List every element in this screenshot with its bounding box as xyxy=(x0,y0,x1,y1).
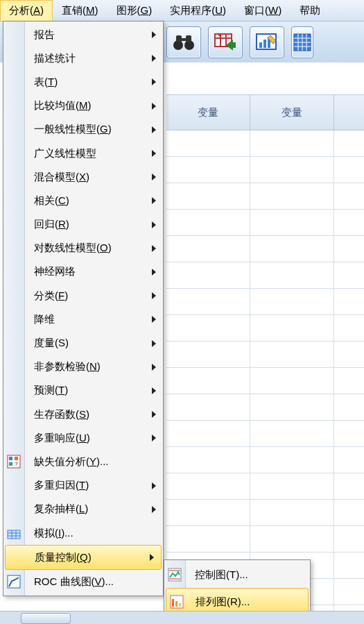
menu-item-label: 预测(T) xyxy=(34,384,68,397)
submenu-arrow-icon xyxy=(152,126,156,133)
svg-rect-22 xyxy=(9,457,12,460)
ctrl-icon xyxy=(168,568,182,582)
svg-rect-38 xyxy=(179,603,181,607)
menu-item-gzlm[interactable]: 广义线性模型 xyxy=(3,142,163,165)
mva-icon: ? xyxy=(7,455,21,469)
submenu-arrow-icon xyxy=(150,554,154,561)
binoculars-icon xyxy=(172,33,196,52)
menu-item-multresp[interactable]: 多重响应(U) xyxy=(3,426,163,450)
data-grid[interactable] xyxy=(166,130,364,624)
toolbar-grid-button[interactable] xyxy=(291,26,313,58)
svg-text:?: ? xyxy=(15,461,18,467)
menu-item-label: 排列图(R)... xyxy=(196,596,250,609)
svg-rect-24 xyxy=(9,462,12,466)
menu-graphs[interactable]: 图形(G) xyxy=(107,0,162,21)
column-header[interactable]: 变量 xyxy=(334,94,364,130)
svg-text:✶: ✶ xyxy=(217,33,223,39)
menu-item-mi[interactable]: 多重归因(T) xyxy=(3,474,163,498)
menu-item-label: 非参数检验(N) xyxy=(34,360,101,373)
submenu-arrow-icon xyxy=(152,506,156,513)
column-headers: 变量 变量 变量 xyxy=(166,94,364,130)
menu-item-complex[interactable]: 复杂抽样(L) xyxy=(3,498,163,521)
menu-item-nn[interactable]: 神经网络 xyxy=(3,260,163,284)
menu-analyze[interactable]: 分析(A) xyxy=(0,0,53,21)
menu-item-label: 分类(F) xyxy=(34,289,68,303)
menu-item-mixed[interactable]: 混合模型(X) xyxy=(3,165,163,189)
menu-item-forecast[interactable]: 预测(T) xyxy=(3,379,163,403)
menu-item-label: 对数线性模型(O) xyxy=(34,242,112,255)
menu-item-reg[interactable]: 回归(R) xyxy=(3,213,163,237)
menu-item-label: 混合模型(X) xyxy=(34,171,89,184)
submenu-arrow-icon xyxy=(152,482,156,489)
menu-item-label: 缺失值分析(Y)... xyxy=(34,455,109,469)
submenu-arrow-icon xyxy=(152,31,156,38)
menubar: 分析(A) 直销(M) 图形(G) 实用程序(U) 窗口(W) 帮助 xyxy=(0,0,364,22)
table-arrow-icon: ✶ xyxy=(214,33,237,52)
menu-item-label: 降维 xyxy=(34,313,55,326)
sim-icon xyxy=(7,526,21,540)
menu-item-label: 相关(C) xyxy=(34,194,69,208)
submenu-arrow-icon xyxy=(152,316,156,323)
column-header[interactable]: 变量 xyxy=(250,94,334,130)
submenu-arrow-icon xyxy=(152,340,156,347)
submenu-arrow-icon xyxy=(152,221,156,228)
column-header[interactable]: 变量 xyxy=(166,94,250,130)
menu-item-label: 比较均值(M) xyxy=(34,99,92,112)
menu-item-label: 度量(S) xyxy=(34,337,69,350)
submenu-arrow-icon xyxy=(152,435,156,441)
svg-rect-11 xyxy=(259,42,262,48)
menu-item-label: 多重响应(U) xyxy=(34,432,90,445)
menu-item-label: 报告 xyxy=(34,28,55,42)
menu-item-descriptives[interactable]: 描述统计 xyxy=(3,47,163,70)
menu-help[interactable]: 帮助 xyxy=(291,0,329,21)
analyze-dropdown: 报告描述统计表(T)比较均值(M)一般线性模型(G)广义线性模型混合模型(X)相… xyxy=(3,21,164,596)
menu-item-label: 描述统计 xyxy=(34,52,76,65)
menu-item-loglin[interactable]: 对数线性模型(O) xyxy=(3,237,163,260)
menu-item-label: 质量控制(Q) xyxy=(35,551,92,564)
svg-rect-12 xyxy=(263,40,266,48)
menu-item-label: 神经网络 xyxy=(34,265,76,278)
submenu-arrow-icon xyxy=(152,103,156,110)
menu-item-roc[interactable]: ROC 曲线图(V)... xyxy=(3,570,163,593)
submenu-arrow-icon xyxy=(152,78,156,85)
submenu-arrow-icon xyxy=(152,197,156,204)
svg-rect-4 xyxy=(181,38,187,41)
menu-item-label: 多重归因(T) xyxy=(34,479,89,492)
submenu-arrow-icon xyxy=(152,55,156,62)
menu-item-scale[interactable]: 度量(S) xyxy=(3,331,163,355)
menu-utilities[interactable]: 实用程序(U) xyxy=(161,0,235,21)
menu-item-corr[interactable]: 相关(C) xyxy=(3,189,163,212)
menu-item-glm[interactable]: 一般线性模型(G) xyxy=(3,118,163,142)
svg-rect-23 xyxy=(15,457,18,460)
menu-item-compare[interactable]: 比较均值(M) xyxy=(3,94,163,118)
menu-item-nonpar[interactable]: 非参数检验(N) xyxy=(3,355,163,379)
menu-item-mva[interactable]: ?缺失值分析(Y)... xyxy=(3,450,163,473)
menu-item-qc[interactable]: 质量控制(Q) xyxy=(5,545,162,570)
submenu-arrow-icon xyxy=(152,292,156,299)
menu-item-survival[interactable]: 生存函数(S) xyxy=(3,403,163,426)
grid-icon xyxy=(293,33,311,51)
submenu-item-control[interactable]: 控制图(T)... xyxy=(164,562,310,588)
submenu-arrow-icon xyxy=(152,150,156,157)
submenu-arrow-icon xyxy=(152,269,156,276)
menu-item-label: 广义线性模型 xyxy=(34,147,96,160)
menu-item-reports[interactable]: 报告 xyxy=(3,23,163,47)
scrollbar-thumb[interactable] xyxy=(21,613,71,624)
toolbar-find-button[interactable] xyxy=(166,26,201,58)
submenu-arrow-icon xyxy=(152,174,156,180)
menu-item-tables[interactable]: 表(T) xyxy=(3,70,163,94)
pareto-icon xyxy=(170,595,184,609)
horizontal-scrollbar[interactable] xyxy=(0,611,364,624)
toolbar-insert-button[interactable]: ✶ xyxy=(208,26,243,58)
svg-rect-26 xyxy=(8,530,20,539)
menu-item-label: 表(T) xyxy=(34,76,58,89)
menu-item-sim[interactable]: 模拟(I)... xyxy=(3,521,163,545)
svg-rect-36 xyxy=(172,599,174,607)
menu-window[interactable]: 窗口(W) xyxy=(235,0,291,21)
toolbar-chart-button[interactable] xyxy=(250,26,284,58)
chart-edit-icon xyxy=(255,33,279,52)
quality-control-submenu: 控制图(T)...排列图(R)... xyxy=(164,559,311,618)
menu-item-dimred[interactable]: 降维 xyxy=(3,307,163,331)
menu-direct[interactable]: 直销(M) xyxy=(53,0,107,21)
menu-item-classify[interactable]: 分类(F) xyxy=(3,284,163,307)
